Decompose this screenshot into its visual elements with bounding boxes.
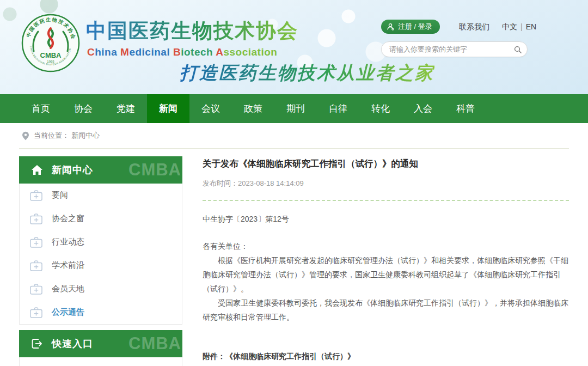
paragraph-text: 受国家卫生健康委科教司委托，我会现发布《体细胞临床研究工作指引（试行）》，并将承… xyxy=(203,298,568,321)
salutation: 各有关单位： xyxy=(203,239,569,253)
dashed-separator xyxy=(203,200,569,201)
sidebar-item-label: 公示通告 xyxy=(52,307,84,318)
nav-item-label: 协会 xyxy=(74,103,93,114)
nav-item-label: 科普 xyxy=(456,103,475,114)
nav-item-label: 自律 xyxy=(329,103,347,114)
search-button[interactable] xyxy=(514,46,527,53)
language-switch[interactable]: 中文|EN xyxy=(502,22,536,32)
nav-item-label: 会议 xyxy=(201,103,220,114)
article-area: 关于发布《体细胞临床研究工作指引（试行）》的通知 发布时间：2023-08-18… xyxy=(203,158,569,366)
register-login-label: 注册 / 登录 xyxy=(398,22,432,32)
briefcase-plus-icon xyxy=(29,236,43,248)
sidebar-quick-entry-watermark: CMBA xyxy=(128,334,181,353)
publish-time-label: 发布时间： xyxy=(203,179,238,187)
sidebar-news-center-title: 新闻中心 xyxy=(52,163,93,176)
nav-item-label: 新闻 xyxy=(159,103,177,114)
article-paragraph: 根据《医疗机构开展研究者发起的临床研究管理办法（试行）》和相关要求，体细胞临床研… xyxy=(203,253,569,296)
publish-time-value: 2023-08-18 14:14:09 xyxy=(238,179,304,187)
nav-item-news[interactable]: 新闻 xyxy=(147,94,189,123)
sidebar-item-label: 协会之窗 xyxy=(52,213,84,224)
site-title: 中国医药生物技术协会 xyxy=(86,17,298,45)
nav-item-transformation[interactable]: 转化 xyxy=(359,94,402,123)
site-slogan: 打造医药生物技术从业者之家 xyxy=(180,61,434,86)
main-navigation: 首页 协会 党建 新闻 会议 政策 期刊 自律 转化 入会 xyxy=(0,94,588,123)
nav-item-label: 转化 xyxy=(371,103,390,114)
nav-item-self-discipline[interactable]: 自律 xyxy=(317,94,359,123)
sidebar-item-member-world[interactable]: 会员天地 xyxy=(20,277,182,301)
home-icon xyxy=(31,164,43,175)
search-box xyxy=(381,41,528,57)
nav-item-label: 期刊 xyxy=(286,103,305,114)
sidebar-news-list: 要闻 协会之窗 xyxy=(19,184,182,325)
breadcrumb-label: 当前位置： xyxy=(34,131,69,141)
sidebar-item-association-window[interactable]: 协会之窗 xyxy=(20,207,182,230)
briefcase-plus-icon xyxy=(29,189,43,202)
lang-en[interactable]: EN xyxy=(526,22,536,31)
sidebar-item-industry-trends[interactable]: 行业动态 xyxy=(20,230,182,254)
breadcrumb-current[interactable]: 新闻中心 xyxy=(71,131,100,141)
search-input[interactable] xyxy=(382,45,514,53)
briefcase-plus-icon xyxy=(29,306,43,319)
search-icon xyxy=(514,46,522,53)
lang-divider: | xyxy=(520,22,523,31)
briefcase-plus-icon xyxy=(29,283,43,295)
sidebar-item-label: 要闻 xyxy=(52,190,68,200)
nav-item-association[interactable]: 协会 xyxy=(62,94,105,123)
article-paragraphs: 根据《医疗机构开展研究者发起的临床研究管理办法（试行）》和相关要求，体细胞临床研… xyxy=(203,253,569,324)
document-number: 中生协字〔2023〕第12号 xyxy=(203,212,569,226)
sidebar-item-public-notices[interactable]: 公示通告 xyxy=(20,301,182,324)
paragraph-text: 根据《医疗机构开展研究者发起的临床研究管理办法（试行）》和相关要求，体细胞临床研… xyxy=(203,256,568,293)
nav-item-label: 党建 xyxy=(117,103,135,114)
sidebar-quick-entry-title: 快速入口 xyxy=(52,337,93,350)
article-paragraph: 受国家卫生健康委科教司委托，我会现发布《体细胞临床研究工作指引（试行）》，并将承… xyxy=(203,296,569,324)
logo-acronym: CMBA xyxy=(40,51,62,59)
nav-item-journal[interactable]: 期刊 xyxy=(274,94,317,123)
nav-item-label: 首页 xyxy=(32,103,50,114)
article-publish-time: 发布时间：2023-08-18 14:14:09 xyxy=(203,179,569,188)
nav-item-label: 入会 xyxy=(414,103,432,114)
briefcase-plus-icon xyxy=(29,212,43,225)
lang-zh[interactable]: 中文 xyxy=(502,22,517,31)
sidebar-item-label: 学术前沿 xyxy=(52,260,84,271)
sidebar-watermark: CMBA xyxy=(128,160,181,180)
sidebar-news-center-header: 新闻中心 CMBA xyxy=(19,156,182,184)
attachment-line[interactable]: 附件：《体细胞临床研究工作指引（试行）》 xyxy=(203,349,569,363)
user-icon xyxy=(387,23,395,31)
logo-year: 1993 xyxy=(47,60,54,63)
sidebar-item-label: 行业动态 xyxy=(52,237,84,247)
article-title: 关于发布《体细胞临床研究工作指引（试行）》的通知 xyxy=(203,158,569,170)
nav-item-party-building[interactable]: 党建 xyxy=(105,94,147,123)
sidebar-quick-entry-header: 快速入口 CMBA xyxy=(19,330,182,357)
site-header: 中国医药生物技术协会 CHINA MEDICINAL BIOTECH ASSOC… xyxy=(0,0,588,94)
association-logo: 中国医药生物技术协会 CHINA MEDICINAL BIOTECH ASSOC… xyxy=(21,13,81,73)
sidebar-item-academic-frontier[interactable]: 学术前沿 xyxy=(20,254,182,277)
article-body: 中生协字〔2023〕第12号 各有关单位： 根据《医疗机构开展研究者发起的临床研… xyxy=(203,212,569,363)
breadcrumb-divider xyxy=(19,148,569,149)
nav-item-membership[interactable]: 入会 xyxy=(402,94,444,123)
breadcrumb: 当前位置：新闻中心 xyxy=(22,131,100,141)
quick-entry-icon xyxy=(31,338,43,349)
nav-item-home[interactable]: 首页 xyxy=(20,94,62,123)
nav-item-policy[interactable]: 政策 xyxy=(232,94,274,123)
site-subtitle: China Medicinal Biotech Association xyxy=(87,46,277,58)
contact-us-link[interactable]: 联系我们 xyxy=(459,22,489,32)
briefcase-plus-icon xyxy=(29,259,43,272)
sidebar: 新闻中心 CMBA 要闻 xyxy=(19,156,182,366)
sidebar-item-top-news[interactable]: 要闻 xyxy=(20,184,182,207)
sidebar-quick-entry-body xyxy=(19,357,182,366)
nav-item-label: 政策 xyxy=(244,103,262,114)
register-login-button[interactable]: 注册 / 登录 xyxy=(381,20,440,34)
nav-item-science[interactable]: 科普 xyxy=(444,94,487,123)
location-pin-icon xyxy=(22,131,29,141)
sidebar-item-label: 会员天地 xyxy=(52,284,84,294)
nav-item-meetings[interactable]: 会议 xyxy=(189,94,232,123)
